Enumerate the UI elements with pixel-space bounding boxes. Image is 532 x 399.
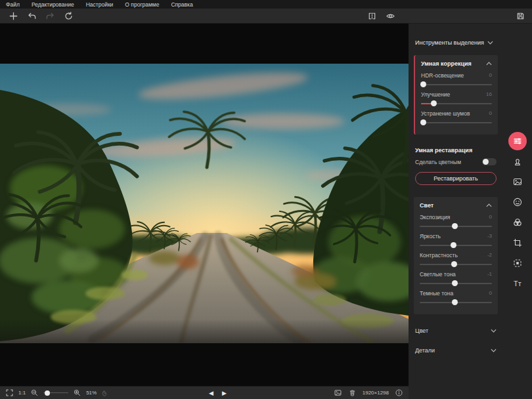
slider-knob[interactable] xyxy=(451,261,457,267)
restore-button[interactable]: Реставрировать xyxy=(415,172,497,185)
contrast-slider[interactable] xyxy=(420,261,492,267)
smart-restoration-title: Умная реставрация xyxy=(415,147,497,154)
slider-knob[interactable] xyxy=(452,299,458,305)
image-icon xyxy=(512,177,523,187)
color-section-header[interactable]: Цвет xyxy=(414,321,498,341)
fit-screen-icon xyxy=(5,388,14,397)
slider-knob[interactable] xyxy=(420,119,426,125)
photo-editor-window: Файл Редактирование Настройки О программ… xyxy=(0,0,532,399)
delete-photo-button[interactable] xyxy=(348,388,357,397)
light-header[interactable]: Свет xyxy=(420,202,492,209)
menu-item-help[interactable]: Справка xyxy=(165,1,198,8)
brightness-label: Яркость xyxy=(420,233,441,240)
tool-resize[interactable] xyxy=(508,254,527,272)
brightness-value: -3 xyxy=(487,233,492,240)
canvas-area[interactable] xyxy=(0,24,409,386)
image-dimensions-label: 1920×1298 xyxy=(363,390,389,396)
enhance-slider[interactable] xyxy=(421,100,492,106)
trash-icon xyxy=(348,388,357,397)
tools-sidebar: Tт xyxy=(503,24,532,399)
exposure-value: 0 xyxy=(489,214,492,220)
brightness-group: Яркость -3 xyxy=(420,233,492,248)
menu-item-file[interactable]: Файл xyxy=(0,1,26,8)
highlights-slider[interactable] xyxy=(420,280,492,286)
exposure-group: Экспозиция 0 xyxy=(420,214,492,229)
hdr-lighting-value: 0 xyxy=(489,72,492,79)
info-button[interactable] xyxy=(395,388,403,397)
chevron-up-icon xyxy=(486,62,492,66)
status-bar: 1:1 51% ◀ ▶ xyxy=(0,386,409,399)
toggle-knob[interactable] xyxy=(483,159,489,165)
zoom-in-icon xyxy=(73,388,81,397)
frame-dashed-icon xyxy=(512,258,523,268)
hand-tool-button[interactable] xyxy=(101,389,109,397)
smart-correction-card: Умная коррекция HDR-освещение 0 Улучшени… xyxy=(414,55,498,135)
shadows-slider[interactable] xyxy=(420,299,492,305)
tool-face-retouch[interactable] xyxy=(508,193,527,211)
enhance-group: Улучшение 16 xyxy=(421,91,492,106)
menu-item-settings[interactable]: Настройки xyxy=(80,1,120,8)
highlights-value: -1 xyxy=(487,271,492,278)
smart-correction-header[interactable]: Умная коррекция xyxy=(421,60,492,67)
slider-knob[interactable] xyxy=(452,280,458,286)
slider-track[interactable] xyxy=(421,122,492,123)
redo-button[interactable] xyxy=(41,9,59,22)
selection-tools-header[interactable]: Инструменты выделения xyxy=(415,39,497,46)
zoom-slider[interactable] xyxy=(43,390,68,396)
tool-crop[interactable] xyxy=(508,234,527,252)
tool-effects[interactable] xyxy=(508,213,527,232)
tool-background-replace[interactable] xyxy=(508,173,527,191)
tool-clone-stamp[interactable] xyxy=(508,152,527,171)
hdr-lighting-slider[interactable] xyxy=(421,81,492,87)
save-button[interactable] xyxy=(511,9,529,22)
details-section-header[interactable]: Детали xyxy=(414,341,498,360)
adjustments-panel: Инструменты выделения Умная коррекция HD… xyxy=(409,24,503,399)
chevron-down-icon xyxy=(491,329,497,333)
undo-button[interactable] xyxy=(22,9,41,22)
light-card: Свет Экспозиция 0 Яркость -3 xyxy=(414,197,498,314)
zoom-out-button[interactable] xyxy=(30,388,39,397)
slider-track[interactable] xyxy=(421,84,492,85)
exposure-slider[interactable] xyxy=(420,223,492,229)
add-photo-button[interactable] xyxy=(4,9,22,22)
smart-restoration-card: Умная реставрация Сделать цветным Рестав… xyxy=(414,141,498,190)
actual-size-label[interactable]: 1:1 xyxy=(18,390,26,396)
adjustments-icon xyxy=(512,136,523,146)
slider-knob[interactable] xyxy=(420,81,426,87)
slider-knob[interactable] xyxy=(431,100,437,106)
next-photo-button[interactable]: ▶ xyxy=(222,390,227,396)
next-icon: ▶ xyxy=(222,390,227,396)
info-icon xyxy=(395,388,403,397)
zoom-slider-knob[interactable] xyxy=(45,390,50,396)
contrast-label: Контрастность xyxy=(420,252,458,259)
compare-icon xyxy=(367,11,377,21)
zoom-in-button[interactable] xyxy=(73,388,81,397)
reset-button[interactable] xyxy=(59,9,78,22)
colorize-toggle[interactable] xyxy=(482,158,497,165)
photo-preview xyxy=(0,64,409,343)
brightness-slider[interactable] xyxy=(420,242,492,248)
tool-text[interactable]: Tт xyxy=(508,274,527,293)
exposure-label: Экспозиция xyxy=(420,214,450,220)
chevron-up-icon xyxy=(486,203,492,207)
menu-item-edit[interactable]: Редактирование xyxy=(26,1,80,8)
denoise-label: Устранение шумов xyxy=(421,110,470,117)
tool-adjustments[interactable] xyxy=(508,132,527,150)
crop-icon xyxy=(512,238,523,248)
slider-knob[interactable] xyxy=(451,242,456,248)
fit-to-screen-button[interactable] xyxy=(5,388,14,397)
preview-button[interactable] xyxy=(381,9,399,22)
eye-icon xyxy=(386,11,395,21)
image-info-button[interactable] xyxy=(334,388,342,397)
highlights-label: Светлые тона xyxy=(420,271,456,278)
slider-knob[interactable] xyxy=(452,223,458,229)
color-circles-icon xyxy=(512,217,523,228)
previous-photo-button[interactable]: ◀ xyxy=(209,390,213,396)
refresh-icon xyxy=(64,11,74,21)
compare-button[interactable] xyxy=(363,9,381,22)
undo-icon xyxy=(27,11,37,21)
denoise-slider[interactable] xyxy=(421,119,492,125)
enhance-label: Улучшение xyxy=(421,91,450,98)
menu-item-about[interactable]: О программе xyxy=(119,1,165,8)
light-title: Свет xyxy=(420,202,433,209)
